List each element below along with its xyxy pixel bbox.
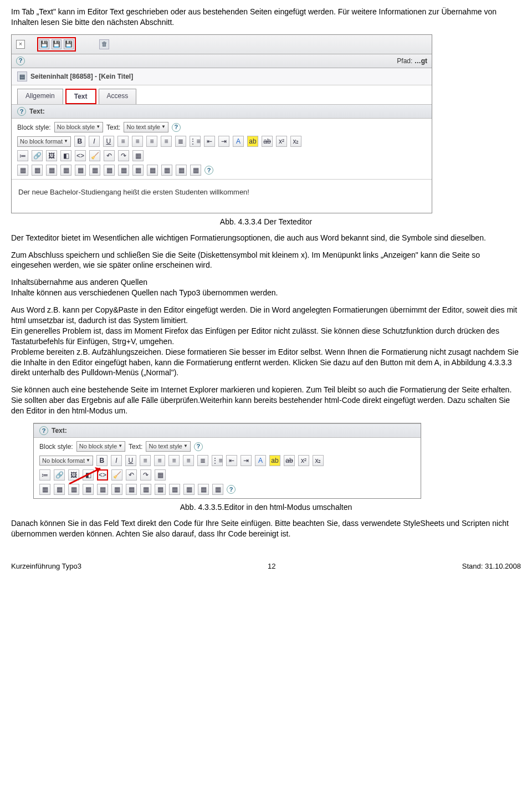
tab-text[interactable]: Text [65,89,96,104]
table-tool-icon[interactable]: ▦ [46,165,57,176]
align-left-button[interactable]: ≡ [140,455,151,466]
italic-button[interactable]: I [89,136,100,147]
table-tool-icon[interactable]: ▦ [176,165,187,176]
table-tool-icon[interactable]: ▦ [17,165,28,176]
unordered-list-button[interactable]: ⋮≡ [212,455,223,466]
table-tool-icon[interactable]: ▦ [161,165,172,176]
table-button[interactable]: ▦ [155,469,166,481]
block-style-select[interactable]: No block style▼ [76,441,125,452]
table-tool-icon[interactable]: ▦ [32,165,43,176]
table-tool-icon[interactable]: ▦ [75,165,86,176]
table-tool-icon[interactable]: ▦ [183,484,195,495]
table-tool-icon[interactable]: ▦ [147,165,158,176]
table-tool-icon[interactable]: ▦ [169,484,180,495]
help-icon[interactable]: ? [227,485,236,494]
font-color-button[interactable]: A [255,455,266,466]
ordered-list-button[interactable]: ≣ [175,136,186,147]
red-arrow-icon [66,458,116,486]
outdent-button[interactable]: ⇤ [226,455,237,466]
content-element-icon: ▤ [17,71,27,81]
undo-button[interactable]: ↶ [104,150,115,161]
align-justify-button[interactable]: ≡ [161,136,172,147]
table-tool-icon[interactable]: ▦ [89,165,100,176]
figure-caption-1: Abb. 4.3.3.4 Der Texteditor [11,217,521,227]
content-title-row: ▤ Seiteninhalt [86858] - [Kein Titel] [12,68,432,85]
redo-button[interactable]: ↷ [140,469,151,481]
tab-allgemein[interactable]: Allgemein [17,89,63,104]
table-tool-icon[interactable]: ▦ [140,484,151,495]
align-left-button[interactable]: ≡ [117,136,129,147]
help-icon[interactable]: ? [204,166,213,175]
html-mode-button[interactable]: <> [75,150,86,161]
link-button[interactable]: 🔗 [32,150,43,161]
block-style-select[interactable]: No block style▼ [54,122,103,132]
table-tool-icon[interactable]: ▦ [104,165,115,176]
image-button[interactable]: 🖼 [46,150,57,161]
subscript-button[interactable]: x₂ [290,136,301,147]
help-icon[interactable]: ? [39,426,48,435]
undo-button[interactable]: ↶ [126,469,137,481]
redo-button[interactable]: ↷ [118,150,129,161]
table-tool-icon[interactable]: ▦ [198,484,209,495]
help-icon[interactable]: ? [17,107,26,116]
superscript-button[interactable]: x² [298,455,309,466]
table-tool-icon[interactable]: ▦ [39,484,50,495]
text-style-select[interactable]: No text style▼ [124,122,168,132]
delete-icon[interactable]: 🗑 [99,39,109,49]
table-tool-icon[interactable]: ▦ [126,484,137,495]
strikethrough-button[interactable]: ab [284,455,295,466]
table-tool-icon[interactable]: ▦ [54,484,65,495]
svg-line-0 [69,468,100,484]
definition-list-button[interactable]: ≔ [39,469,50,481]
remove-format-button[interactable]: 🧹 [89,150,100,161]
save-view-icon[interactable]: 💾 [52,39,62,49]
block-format-select[interactable]: No block format▼ [17,136,71,147]
align-right-button[interactable]: ≡ [168,455,180,466]
link-button[interactable]: 🔗 [54,469,65,481]
table-tool-icon[interactable]: ▦ [60,165,71,176]
close-icon[interactable]: × [16,40,25,49]
editor-content-area[interactable]: Der neue Bachelor-Studiengang heißt die … [12,179,432,213]
block-style-label: Block style: [17,123,51,132]
strikethrough-button[interactable]: ab [262,136,273,147]
tab-access[interactable]: Access [99,89,137,104]
table-tool-icon[interactable]: ▦ [132,165,144,176]
figure-caption-2: Abb. 4.3.3.5.Editor in den html-Modus um… [11,502,521,513]
subscript-button[interactable]: x₂ [313,455,324,466]
align-center-button[interactable]: ≡ [154,455,165,466]
highlighted-save-buttons: 💾 💾 💾 [37,37,76,52]
underline-button[interactable]: U [103,136,114,147]
screenshot-texteditor: × 💾 💾 💾 🗑 ? Pfad: …gt ▤ Seiteninhalt [86… [11,34,432,213]
table-tool-icon[interactable]: ▦ [118,165,129,176]
ordered-list-button[interactable]: ≣ [197,455,208,466]
underline-button[interactable]: U [125,455,136,466]
save-icon[interactable]: 💾 [39,39,49,49]
bold-button[interactable]: B [74,136,85,147]
help-icon[interactable]: ? [172,123,181,132]
editor-toolbar: Block style: No block style▼ Text: No te… [34,438,421,498]
unordered-list-button[interactable]: ⋮≡ [190,136,201,147]
indent-button[interactable]: ⇥ [218,136,229,147]
insert-object-button[interactable]: ◧ [60,150,71,161]
help-icon[interactable]: ? [16,57,25,65]
outdent-button[interactable]: ⇤ [204,136,215,147]
align-justify-button[interactable]: ≡ [183,455,194,466]
highlight-button[interactable]: ab [269,455,280,466]
table-tool-icon[interactable]: ▦ [155,484,166,495]
table-tool-icon[interactable]: ▦ [212,484,223,495]
footer-page-number: 12 [268,561,275,571]
help-icon[interactable]: ? [194,442,203,451]
table-button[interactable]: ▦ [132,150,144,161]
font-color-button[interactable]: A [233,136,244,147]
definition-list-button[interactable]: ≔ [17,150,28,161]
table-tool-icon[interactable]: ▦ [190,165,201,176]
subheading: Inhaltsübernahme aus anderen Quellen [11,278,147,287]
save-close-icon[interactable]: 💾 [64,39,74,49]
align-center-button[interactable]: ≡ [132,136,143,147]
text-style-select[interactable]: No text style▼ [146,441,190,452]
text-section-header: ? Text: [12,104,432,119]
superscript-button[interactable]: x² [276,136,287,147]
align-right-button[interactable]: ≡ [146,136,157,147]
indent-button[interactable]: ⇥ [241,455,252,466]
highlight-button[interactable]: ab [247,136,258,147]
